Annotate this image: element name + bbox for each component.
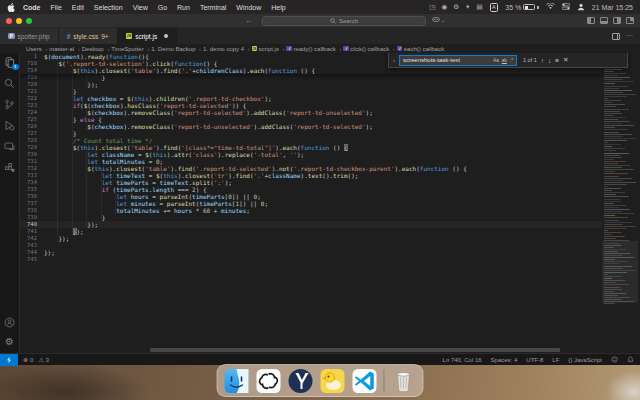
activitybar-remote-icon[interactable]: [4, 140, 16, 152]
code-line-743[interactable]: 743: [20, 242, 602, 249]
breadcrumb-item[interactable]: feach() callback: [397, 46, 444, 52]
command-center-search[interactable]: Search: [262, 16, 426, 26]
menu-item-selection[interactable]: Selection: [94, 4, 123, 11]
minimap[interactable]: [602, 53, 638, 347]
activitybar-source-control-icon[interactable]: [4, 98, 16, 110]
find-input[interactable]: screenshots-task-text Aa ab .*: [399, 55, 517, 66]
breadcrumb-item[interactable]: master-al›: [49, 46, 80, 52]
encoding-setting[interactable]: UTF-8: [526, 357, 543, 363]
code-line-737[interactable]: 737let minutes = parseInt(timeParts[1]) …: [20, 200, 602, 207]
breadcrumb-item[interactable]: TimeSpotter›: [111, 46, 149, 52]
minimize-window-button[interactable]: [16, 18, 22, 24]
eol-setting[interactable]: LF: [552, 357, 559, 363]
dock-vscode-icon[interactable]: [352, 368, 378, 394]
tab-spotter.php[interactable]: Pspotter.php: [0, 28, 59, 44]
close-window-button[interactable]: [6, 18, 12, 24]
menu-item-view[interactable]: View: [133, 4, 148, 11]
code-line-735[interactable]: 735if (timeParts.length === 2) {: [20, 186, 602, 193]
code-line-724[interactable]: 724$(checkbox).removeClass('report-td-se…: [20, 109, 602, 116]
code-editor[interactable]: 719}720});721}722let checkbox = $(this).…: [20, 53, 640, 353]
code-line-740[interactable]: 740});: [20, 221, 602, 228]
menu-item-run[interactable]: Run: [177, 4, 190, 11]
customize-layout-icon[interactable]: [626, 17, 634, 24]
whole-word-icon[interactable]: ab: [502, 58, 507, 63]
accounts-icon[interactable]: [4, 316, 16, 328]
breadcrumb-item[interactable]: fready() callback›: [286, 46, 341, 52]
code-line-722[interactable]: 722let checkbox = $(this).children('.rep…: [20, 95, 602, 102]
settings-gear-icon[interactable]: ⚙: [4, 335, 16, 347]
battery-indicator[interactable]: 35 %: [505, 4, 538, 11]
match-case-icon[interactable]: Aa: [493, 58, 499, 63]
find-in-selection-icon[interactable]: ≡: [555, 57, 559, 64]
code-line-734[interactable]: 734let timeParts = timeText.split(':');: [20, 179, 602, 186]
code-line-730[interactable]: 730let className = $(this).attr('class')…: [20, 151, 602, 158]
code-line-738[interactable]: 738totalMinutes += hours * 60 + minutes;: [20, 207, 602, 214]
activitybar-run-debug-icon[interactable]: [4, 119, 16, 131]
code-line-719[interactable]: 719}: [20, 74, 602, 81]
control-center-icon[interactable]: [562, 3, 570, 11]
dock-trash-icon[interactable]: [391, 368, 417, 394]
horizontal-scrollbar[interactable]: [150, 348, 560, 352]
code-line-741[interactable]: 741});: [20, 228, 602, 235]
indentation-setting[interactable]: Spaces: 4: [491, 357, 518, 363]
breadcrumb-item[interactable]: JSscript.js›: [252, 46, 285, 52]
code-line-739[interactable]: 739}: [20, 214, 602, 221]
sticky-line-714[interactable]: 714$(this).closest('table').find('.'+chi…: [20, 67, 602, 74]
menu-item-file[interactable]: File: [51, 4, 62, 11]
wifi-icon[interactable]: [546, 3, 555, 11]
problems-indicator[interactable]: ⊗0 ⚠3: [18, 356, 54, 363]
toggle-panel-icon[interactable]: [600, 17, 608, 24]
toggle-sidebar-icon[interactable]: [587, 17, 595, 24]
menu-extra-icon-5[interactable]: ▤: [476, 3, 482, 11]
menu-item-window[interactable]: Window: [236, 4, 261, 11]
dock-finder-icon[interactable]: [224, 368, 250, 394]
breadcrumb-item[interactable]: fclick() callback›: [343, 46, 395, 52]
code-line-733[interactable]: 733let timeText = $(this).closest('tr').…: [20, 172, 602, 179]
unsaved-changes-dot[interactable]: [164, 34, 168, 38]
breadcrumb-item[interactable]: Users›: [26, 46, 47, 52]
more-actions-icon[interactable]: ⋯: [626, 32, 633, 40]
find-next-icon[interactable]: ↓: [548, 57, 551, 64]
breadcrumb-item[interactable]: Desktop›: [82, 46, 110, 52]
menu-item-go[interactable]: Go: [158, 4, 167, 11]
find-previous-icon[interactable]: ↑: [541, 57, 544, 64]
language-mode[interactable]: {} JavaScript: [568, 357, 602, 363]
regex-icon[interactable]: .*: [510, 58, 513, 63]
feedback-icon[interactable]: [611, 356, 618, 364]
toggle-secondary-sidebar-icon[interactable]: [613, 17, 621, 24]
activitybar-explorer-icon[interactable]: 1: [4, 56, 16, 68]
code-line-736[interactable]: 736let hours = parseInt(timeParts[0]) ||…: [20, 193, 602, 200]
input-source-indicator[interactable]: A: [490, 3, 499, 12]
tab-script.js[interactable]: JSscript.js: [118, 28, 178, 44]
cursor-position[interactable]: Ln 740, Col 16: [443, 357, 482, 363]
menu-extra-icon-3[interactable]: ⚙: [453, 3, 459, 11]
activitybar-extensions-icon[interactable]: [4, 161, 16, 173]
remote-indicator[interactable]: [0, 354, 18, 366]
breadcrumb-item[interactable]: 1. demo copy 4›: [203, 46, 250, 52]
notifications-bell-icon[interactable]: [627, 356, 634, 364]
dock-duck-app-icon[interactable]: [320, 368, 346, 394]
code-line-725[interactable]: 725} else {: [20, 116, 602, 123]
code-line-727[interactable]: 727}: [20, 130, 602, 137]
menu-item-help[interactable]: Help: [271, 4, 285, 11]
code-line-726[interactable]: 726$(checkbox).removeClass('report-td-un…: [20, 123, 602, 130]
maximize-window-button[interactable]: [26, 18, 32, 24]
navigate-back-icon[interactable]: ←: [245, 15, 253, 27]
code-line-744[interactable]: 744});: [20, 249, 602, 256]
menu-clock[interactable]: 21 Mar 15:25: [592, 4, 633, 11]
close-find-icon[interactable]: ✕: [563, 56, 568, 64]
menu-item-edit[interactable]: Edit: [72, 4, 84, 11]
code-line-732[interactable]: 732$(this).closest('table').find('.repor…: [20, 165, 602, 172]
toggle-replace-icon[interactable]: ›: [393, 57, 395, 63]
code-line-723[interactable]: 723if($(checkbox).hasClass('report-td-se…: [20, 102, 602, 109]
split-editor-icon[interactable]: [612, 33, 620, 40]
dock-yandex-browser-icon[interactable]: [288, 368, 314, 394]
activitybar-search-icon[interactable]: [4, 77, 16, 89]
breadcrumb-item[interactable]: 1. Demo Backup›: [151, 46, 201, 52]
code-line-720[interactable]: 720});: [20, 81, 602, 88]
code-line-721[interactable]: 721}: [20, 88, 602, 95]
menu-item-code[interactable]: Code: [23, 4, 41, 11]
copilot-menu-icon[interactable]: ⌄: [432, 16, 445, 23]
dock-chatgpt-icon[interactable]: [256, 368, 282, 394]
menu-item-terminal[interactable]: Terminal: [200, 4, 226, 11]
